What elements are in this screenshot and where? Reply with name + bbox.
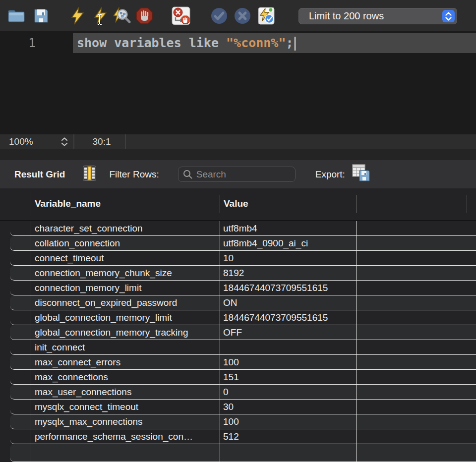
row-limit-value: Limit to 200 rows	[309, 10, 384, 22]
value-cell[interactable]: 151	[220, 370, 357, 384]
value-cell[interactable]: utf8mb4_0900_ai_ci	[220, 236, 357, 250]
commit-icon[interactable]	[210, 6, 229, 25]
table-row[interactable]: collation_connectionutf8mb4_0900_ai_ci	[10, 236, 476, 251]
explain-plan-icon[interactable]	[112, 6, 131, 25]
value-cell[interactable]: utf8mb4	[220, 221, 357, 235]
row-gutter-cell[interactable]	[10, 429, 31, 444]
sql-statement[interactable]: show variables like "%conn%";	[77, 33, 296, 53]
table-row[interactable]: max_connect_errors100	[10, 355, 476, 370]
row-gutter-cell[interactable]	[10, 400, 31, 414]
variable-name-cell[interactable]: performance_schema_session_con…	[31, 429, 220, 444]
value-cell[interactable]: 100	[220, 414, 357, 429]
table-row[interactable]: performance_schema_session_con…512	[10, 429, 476, 444]
value-cell[interactable]: 18446744073709551615	[220, 281, 357, 295]
variable-name-cell[interactable]: max_connections	[31, 370, 220, 384]
table-row[interactable]: mysqlx_connect_timeout30	[10, 400, 476, 414]
value-cell[interactable]: ON	[220, 295, 357, 310]
value-cell[interactable]: 18446744073709551615	[220, 310, 357, 325]
row-gutter-cell[interactable]	[10, 236, 31, 250]
dropdown-stepper-icon[interactable]	[442, 10, 455, 22]
table-row[interactable]: init_connect	[10, 340, 476, 355]
column-header-variable-name[interactable]: Variable_name	[35, 188, 101, 219]
zoom-stepper-icon[interactable]	[60, 137, 69, 147]
table-row[interactable]: connection_memory_chunk_size8192	[10, 266, 476, 281]
variable-name-cell[interactable]: init_connect	[31, 340, 220, 354]
grid-column-line[interactable]	[220, 221, 220, 462]
sql-editor-toolbar: Limit to 200 rows	[0, 0, 476, 31]
stop-on-error-icon[interactable]	[172, 6, 190, 25]
search-input[interactable]: Search	[178, 167, 296, 182]
save-icon[interactable]	[32, 6, 51, 25]
row-filler	[357, 221, 476, 235]
open-folder-icon[interactable]	[7, 6, 26, 25]
row-gutter-cell[interactable]	[10, 414, 31, 429]
value-cell[interactable]: 30	[220, 400, 357, 414]
result-grid-icon[interactable]	[83, 166, 96, 183]
table-row[interactable]: mysqlx_max_connections100	[10, 414, 476, 429]
variable-name-cell[interactable]: max_user_connections	[31, 385, 220, 399]
variable-name-cell[interactable]: connection_memory_limit	[31, 281, 220, 295]
value-cell[interactable]: 0	[220, 385, 357, 399]
row-filler	[357, 370, 476, 384]
variable-name-cell[interactable]: character_set_connection	[31, 221, 220, 235]
row-gutter-cell[interactable]	[10, 370, 31, 384]
stop-execution-icon[interactable]	[135, 6, 154, 25]
row-gutter-cell[interactable]	[10, 340, 31, 354]
table-row[interactable]: connect_timeout10	[10, 251, 476, 266]
variable-name-cell[interactable]: disconnect_on_expired_password	[31, 295, 220, 310]
variable-name-cell[interactable]: connection_memory_chunk_size	[31, 266, 220, 280]
row-gutter-cell[interactable]	[10, 385, 31, 399]
row-filler	[357, 355, 476, 369]
variable-name-cell[interactable]: mysqlx_max_connections	[31, 414, 220, 429]
row-limit-dropdown[interactable]: Limit to 200 rows	[298, 8, 457, 24]
sql-code-editor[interactable]: 1 show variables like "%conn%";	[0, 31, 476, 134]
value-cell[interactable]: 512	[220, 429, 357, 444]
variable-name-cell[interactable]: collation_connection	[31, 236, 220, 250]
text-caret	[295, 37, 296, 51]
table-row[interactable]: max_user_connections0	[10, 385, 476, 400]
row-filler	[357, 251, 476, 265]
grid-rows: character_set_connectionutf8mb4collation…	[0, 221, 476, 462]
row-filler	[357, 295, 476, 310]
value-cell[interactable]: OFF	[220, 325, 357, 340]
statusbar-divider	[73, 134, 74, 149]
variable-name-cell[interactable]: max_connect_errors	[31, 355, 220, 369]
value-cell[interactable]: 8192	[220, 266, 357, 280]
header-divider[interactable]	[220, 195, 220, 213]
table-row[interactable]: disconnect_on_expired_passwordON	[10, 295, 476, 310]
cursor-position: 30:1	[79, 134, 124, 149]
variable-name-cell[interactable]: connect_timeout	[31, 251, 220, 265]
variable-name-cell[interactable]: global_connection_memory_tracking	[31, 325, 220, 340]
row-gutter-cell[interactable]	[10, 325, 31, 340]
table-row[interactable]: connection_memory_limit18446744073709551…	[10, 281, 476, 295]
rollback-icon[interactable]	[233, 6, 252, 25]
value-cell[interactable]: 100	[220, 355, 357, 369]
variable-name-cell[interactable]: global_connection_memory_limit	[31, 310, 220, 325]
text-cursor-pointer-icon	[97, 14, 102, 25]
row-filler	[357, 414, 476, 429]
row-gutter-cell[interactable]	[10, 281, 31, 295]
grid-column-line[interactable]	[357, 221, 357, 462]
value-cell[interactable]	[220, 340, 357, 354]
autocommit-icon[interactable]	[257, 6, 276, 25]
table-row[interactable]: global_connection_memory_trackingOFF	[10, 325, 476, 340]
variable-name-cell[interactable]: mysqlx_connect_timeout	[31, 400, 220, 414]
export-recordset-icon[interactable]	[352, 164, 371, 184]
row-gutter-cell[interactable]	[10, 251, 31, 265]
header-divider[interactable]	[357, 195, 357, 213]
table-row-empty[interactable]	[10, 444, 476, 462]
row-gutter-cell[interactable]	[10, 221, 31, 235]
execute-script-icon[interactable]	[68, 6, 87, 25]
table-row[interactable]: character_set_connectionutf8mb4	[10, 221, 476, 236]
row-gutter-cell[interactable]	[10, 295, 31, 310]
row-gutter-cell[interactable]	[10, 310, 31, 325]
sql-keywords: show variables like	[77, 36, 226, 50]
table-row[interactable]: max_connections151	[10, 370, 476, 385]
line-number: 1	[0, 33, 36, 53]
row-filler	[357, 429, 476, 444]
row-gutter-cell[interactable]	[10, 355, 31, 369]
table-row[interactable]: global_connection_memory_limit1844674407…	[10, 310, 476, 325]
column-header-value[interactable]: Value	[224, 188, 248, 219]
row-gutter-cell[interactable]	[10, 266, 31, 280]
value-cell[interactable]: 10	[220, 251, 357, 265]
